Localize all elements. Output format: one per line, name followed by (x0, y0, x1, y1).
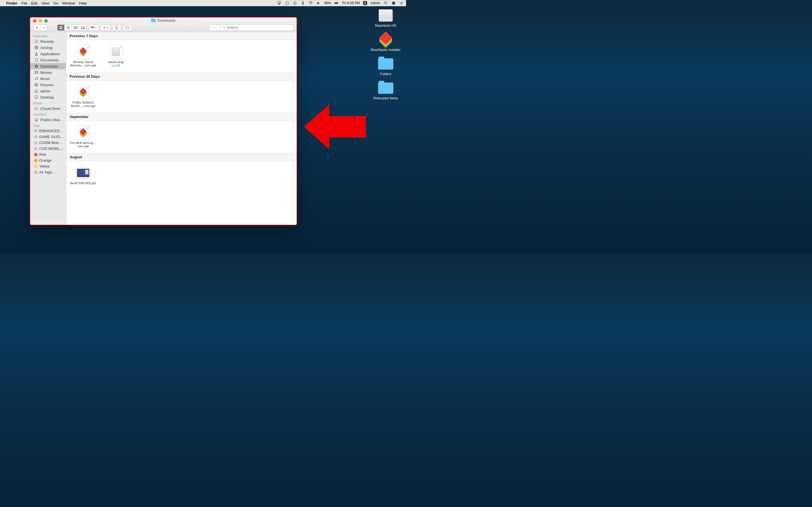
forward-button[interactable] (40, 24, 48, 31)
sidebar-item-label: COD MOBIL… (39, 147, 63, 151)
spotlight-icon[interactable] (384, 1, 388, 5)
menu-view[interactable]: View (42, 1, 49, 5)
wifi-icon[interactable] (308, 1, 313, 5)
back-button[interactable] (33, 24, 40, 31)
zoom-button[interactable] (44, 19, 48, 22)
desktop-item[interactable]: BlueStacks Installer (371, 33, 400, 52)
siri-icon[interactable] (391, 1, 396, 5)
window-title: Downloads (151, 18, 175, 22)
cc-icon[interactable] (285, 1, 289, 5)
file-browser[interactable]: Previous 7 DaysMonkey Island Adventu…com… (66, 32, 297, 225)
search-field[interactable] (220, 24, 294, 31)
airplay-icon[interactable] (277, 1, 282, 5)
svg-rect-23 (93, 27, 94, 28)
sidebar: FavouritesRecentsAirDropApplicationsDocu… (30, 32, 66, 225)
music-icon (34, 76, 39, 81)
hdd-icon (377, 8, 395, 22)
sidebar-item[interactable]: Pictures (30, 82, 66, 88)
path-button[interactable]: ⌄ (209, 24, 220, 31)
sidebar-item-label: CODM Blue… (39, 140, 62, 145)
file-item[interactable]: BerkCD8CH01.ppt (69, 165, 97, 185)
column-view-button[interactable] (72, 24, 79, 31)
desktop-item-label: Folders (380, 72, 391, 76)
svg-rect-12 (61, 28, 62, 29)
tag-dot-icon (34, 153, 38, 156)
sidebar-item[interactable]: Yellow (30, 163, 66, 169)
svg-point-28 (36, 47, 37, 48)
battery-percent[interactable]: 86% (324, 1, 331, 5)
icon-view-button[interactable] (57, 24, 64, 31)
sidebar-item-label: ENHANCED… (39, 129, 63, 133)
list-view-button[interactable] (64, 24, 72, 31)
close-button[interactable] (33, 19, 36, 22)
annotation-arrow (304, 104, 366, 149)
app-menu[interactable]: Finder (6, 1, 17, 5)
sidebar-item[interactable]: GAME GUID… (30, 134, 66, 140)
svg-rect-15 (82, 29, 82, 29)
window-title-text: Downloads (157, 18, 175, 22)
sidebar-item[interactable]: AirDrop (30, 45, 66, 51)
sidebar-item[interactable]: iCloud Drive (30, 105, 66, 112)
sidebar-item[interactable]: Orange (30, 158, 66, 163)
file-item[interactable]: Monkey Island Adventu…com.apk (69, 44, 97, 67)
finder-window: Downloads ▾ ▾ ⌄ (30, 17, 297, 225)
svg-rect-16 (83, 29, 83, 29)
menu-window[interactable]: Window (62, 1, 75, 5)
svg-rect-17 (84, 29, 84, 29)
sidebar-item[interactable]: Desktop (30, 94, 66, 100)
sidebar-item[interactable]: Music (30, 75, 66, 82)
tag-dot-icon (34, 165, 38, 168)
sidebar-item[interactable]: Recents (30, 38, 66, 45)
menu-edit[interactable]: Edit (31, 1, 38, 5)
desktop-item[interactable]: Macintosh HD (375, 8, 396, 27)
user-menu[interactable]: Admin (370, 1, 380, 5)
sidebar-item[interactable]: Movies (30, 69, 66, 75)
search-input[interactable] (227, 25, 292, 30)
titlebar[interactable]: Downloads ▾ ▾ ⌄ (30, 17, 297, 32)
file-item[interactable]: PUBG MOBILE Nordic.…com.apk (69, 84, 97, 108)
volume-icon[interactable] (316, 1, 321, 5)
timemachine-icon[interactable] (293, 1, 297, 5)
sidebar-item-label: GAME GUID… (39, 135, 64, 139)
group-header: August (66, 153, 297, 161)
desktop-item[interactable]: Relocated Items (373, 81, 398, 100)
sidebar-item[interactable]: ENHANCED… (30, 128, 66, 134)
bluestacks-icon (377, 33, 395, 47)
sidebar-item[interactable]: Documents (30, 57, 66, 63)
clock[interactable]: Fri 6:55 PM (342, 1, 360, 5)
menu-go[interactable]: Go (53, 1, 58, 5)
sidebar-item[interactable]: Applications (30, 51, 66, 57)
file-item[interactable]: The-Wolf-Among-…com.apk (69, 125, 97, 148)
menu-file[interactable]: File (21, 1, 28, 5)
bluetooth-icon[interactable] (301, 1, 305, 5)
sidebar-item-label: Recents (40, 40, 54, 44)
gallery-view-button[interactable] (79, 24, 87, 31)
sidebar-item[interactable]: COD MOBIL… (30, 146, 66, 152)
home-icon (34, 89, 39, 93)
minimize-button[interactable] (39, 19, 42, 22)
desktop-item[interactable]: Folders (377, 57, 395, 76)
keyboard-icon[interactable]: A (363, 1, 367, 5)
cloud-icon (34, 106, 39, 111)
sidebar-item-label: Pratik's Mac… (40, 118, 64, 122)
action-button[interactable]: ▾ (101, 24, 110, 31)
tag-dot-icon (34, 135, 38, 138)
svg-rect-13 (74, 26, 77, 29)
notification-icon[interactable] (399, 1, 404, 5)
svg-point-6 (384, 2, 386, 4)
tag-dot-icon (34, 171, 38, 174)
menu-help[interactable]: Help (79, 1, 87, 5)
file-item[interactable]: steam.dmg4.9 MB (102, 44, 130, 67)
sidebar-item[interactable]: admin (30, 88, 66, 94)
sidebar-item[interactable]: All Tags… (30, 169, 66, 175)
battery-icon[interactable] (335, 1, 339, 5)
sidebar-item[interactable]: CODM Blue… (30, 140, 66, 146)
sidebar-item[interactable]: Pratik's Mac… (30, 117, 66, 123)
group-button[interactable]: ▾ (89, 24, 98, 31)
share-button[interactable] (112, 24, 121, 31)
svg-rect-11 (59, 28, 61, 29)
sidebar-item[interactable]: Red (30, 152, 66, 158)
tags-button[interactable] (123, 24, 132, 31)
sidebar-item[interactable]: Downloads (30, 63, 66, 69)
svg-rect-4 (338, 3, 339, 3)
